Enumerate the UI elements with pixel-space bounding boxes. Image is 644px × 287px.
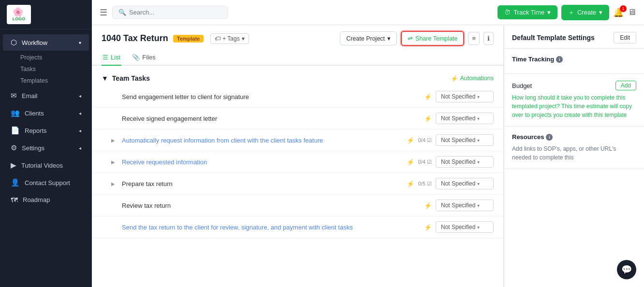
sidebar-item-workflow-label: Workflow	[22, 39, 47, 46]
tab-files[interactable]: 📎 Files	[131, 50, 156, 66]
track-time-button[interactable]: ⏱ Track Time ▾	[498, 5, 557, 19]
edit-button[interactable]: Edit	[614, 32, 636, 43]
content-area: 1040 Tax Return Template 🏷 + Tags ▾ Crea…	[92, 25, 644, 287]
task-name-2[interactable]: Receive signed engagement letter	[122, 115, 420, 122]
task-row: ▶ Review tax return ⚡ Not Specified ▾	[92, 195, 503, 216]
right-panel: Default Template Settings Edit Time Trac…	[504, 25, 644, 287]
task-row: ▶ Automatically request information from…	[92, 129, 503, 151]
settings-icon: ⚙	[11, 144, 17, 152]
search-box[interactable]: 🔍	[112, 6, 228, 19]
task-status-4[interactable]: Not Specified ▾	[436, 156, 494, 168]
tags-chevron-icon: ▾	[242, 35, 245, 42]
left-panel: 1040 Tax Return Template 🏷 + Tags ▾ Crea…	[92, 25, 504, 287]
check-icon-5: ☑	[427, 181, 432, 187]
resources-info-icon[interactable]: i	[546, 134, 553, 141]
task-name-4[interactable]: Receive requested information	[122, 158, 403, 166]
email-chevron: ◂	[79, 93, 81, 99]
create-project-button[interactable]: Create Project ▾	[340, 31, 397, 45]
task-status-1[interactable]: Not Specified ▾	[436, 91, 494, 102]
sidebar-item-reports-label: Reports	[25, 127, 47, 134]
clock-icon: ⏱	[504, 9, 511, 16]
contact-icon: 👤	[11, 178, 20, 187]
task-auto-icon-7: ⚡	[424, 224, 432, 231]
status-chevron-6: ▾	[477, 203, 480, 208]
sidebar-item-clients[interactable]: 👥 Clients ◂	[3, 105, 89, 121]
menu-icon[interactable]: ☰	[100, 7, 107, 18]
settings-chevron: ◂	[79, 145, 81, 151]
monitor-icon[interactable]: 🖥	[628, 7, 636, 17]
sidebar-item-workflow[interactable]: ⬡ Workflow ▾	[3, 34, 89, 51]
task-expand-3[interactable]: ▶	[111, 138, 118, 143]
logo-text: LOGO	[13, 16, 26, 21]
list-tab-icon: ☰	[102, 54, 108, 61]
clients-chevron: ◂	[79, 111, 81, 116]
sidebar-item-reports[interactable]: 📄 Reports ◂	[3, 122, 89, 139]
task-name-6[interactable]: Review tax return	[122, 202, 420, 209]
sidebar-item-email-label: Email	[22, 92, 38, 100]
task-progress-4: 0/4 ☑	[418, 159, 432, 165]
sidebar-item-contact-label: Contact Support	[25, 179, 70, 187]
resources-description: Add links to SOP's, apps, or other URL's…	[512, 144, 636, 162]
sidebar-sub-tasks[interactable]: Tasks	[0, 63, 92, 75]
chat-button[interactable]: 💬	[617, 260, 636, 279]
resources-title: Resources i	[512, 133, 636, 141]
check-icon-4: ☑	[427, 159, 432, 165]
task-name-3[interactable]: Automatically request information from c…	[122, 137, 403, 144]
sidebar-item-tutorial-label: Tutorial Videos	[21, 162, 63, 169]
email-icon: ✉	[11, 91, 17, 100]
list-view-button[interactable]: ≡	[468, 32, 480, 45]
sidebar-item-contact[interactable]: 👤 Contact Support	[3, 174, 89, 191]
task-auto-icon-2: ⚡	[424, 115, 432, 122]
check-icon-3: ☑	[427, 137, 432, 144]
search-input[interactable]	[129, 9, 222, 16]
sidebar-item-clients-label: Clients	[25, 110, 44, 117]
reports-icon: 📄	[11, 126, 20, 135]
notification-button[interactable]: 🔔 1	[613, 7, 624, 18]
main-area: ☰ 🔍 ⏱ Track Time ▾ ＋ Create ▾ 🔔 1 🖥	[92, 0, 644, 287]
resources-section: Resources i Add links to SOP's, apps, or…	[504, 127, 644, 169]
tab-list[interactable]: ☰ List	[102, 50, 121, 66]
workflow-icon: ⬡	[11, 38, 17, 47]
budget-add-button[interactable]: Add	[615, 81, 636, 90]
task-expand-5[interactable]: ▶	[111, 181, 118, 187]
task-expand-4[interactable]: ▶	[111, 159, 118, 165]
budget-description: How long should it take you to complete …	[512, 93, 636, 119]
task-status-6[interactable]: Not Specified ▾	[436, 200, 494, 211]
task-auto-icon-4: ⚡	[407, 158, 414, 166]
time-tracking-info-icon[interactable]: i	[556, 56, 563, 63]
page-header-actions: Create Project ▾ ⇌ Share Template ≡ ℹ	[340, 31, 494, 46]
sidebar-item-email[interactable]: ✉ Email ◂	[3, 87, 89, 104]
task-name-1[interactable]: Send engagement letter to client for sig…	[122, 93, 420, 100]
workflow-chevron: ▾	[79, 40, 81, 45]
task-progress-3: 0/4 ☑	[418, 137, 432, 144]
team-tasks-header: ▼ Team Tasks ⚡ Automations	[92, 71, 503, 86]
collapse-icon[interactable]: ▼	[102, 74, 108, 82]
sidebar-item-settings[interactable]: ⚙ Settings ◂	[3, 140, 89, 156]
automations-button[interactable]: ⚡ Automations	[451, 75, 494, 82]
task-progress-5: 0/5 ☑	[418, 181, 432, 187]
create-button[interactable]: ＋ Create ▾	[561, 5, 609, 20]
share-template-button[interactable]: ⇌ Share Template	[401, 31, 464, 46]
status-chevron-1: ▾	[477, 94, 480, 100]
sidebar-item-tutorial[interactable]: ▶ Tutorial Videos	[3, 157, 89, 173]
task-status-5[interactable]: Not Specified ▾	[436, 178, 494, 189]
time-tracking-section: Time Tracking i	[504, 49, 644, 74]
task-status-7[interactable]: Not Specified ▾	[436, 221, 494, 233]
page-title: 1040 Tax Return	[102, 33, 168, 43]
tag-icon: 🏷	[215, 35, 220, 42]
sidebar-item-roadmap[interactable]: 🗺 Roadmap	[3, 192, 89, 208]
task-status-3[interactable]: Not Specified ▾	[436, 134, 494, 146]
status-chevron-2: ▾	[477, 116, 480, 121]
page-header-row: 1040 Tax Return Template 🏷 + Tags ▾ Crea…	[92, 25, 503, 50]
sidebar-sub-templates[interactable]: Templates	[0, 75, 92, 86]
team-tasks-title: Team Tasks	[112, 74, 150, 82]
status-chevron-7: ▾	[477, 225, 480, 230]
create-project-chevron: ▾	[387, 35, 391, 42]
task-name-7[interactable]: Send the tax return to the client for re…	[122, 224, 420, 231]
task-status-2[interactable]: Not Specified ▾	[436, 113, 494, 124]
tags-button[interactable]: 🏷 + Tags ▾	[210, 33, 249, 44]
task-name-5[interactable]: Prepare tax return	[122, 180, 403, 187]
info-button[interactable]: ℹ	[483, 32, 494, 45]
sidebar-sub-projects[interactable]: Projects	[0, 52, 92, 63]
task-row: ▶ Send engagement letter to client for s…	[92, 86, 503, 108]
